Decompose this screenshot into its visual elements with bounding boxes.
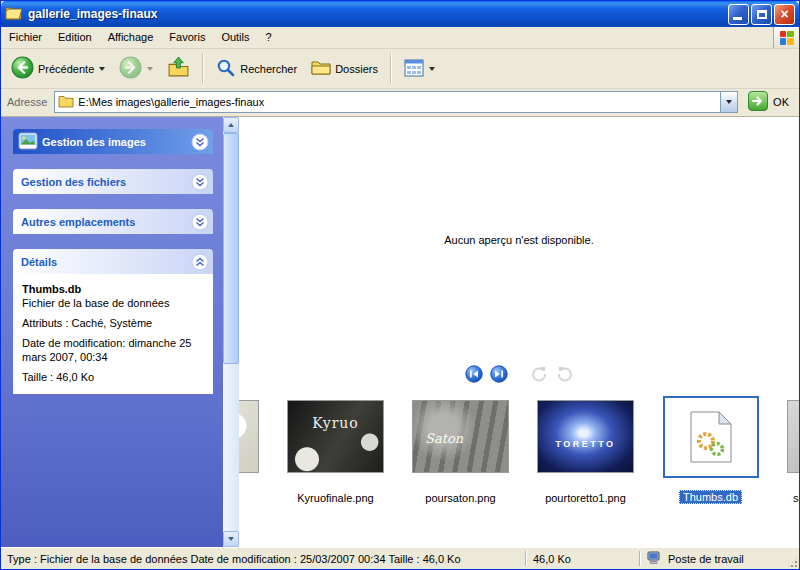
panel-header-file-tasks[interactable]: Gestion des fichiers (13, 169, 213, 194)
up-button[interactable] (161, 52, 196, 86)
file-icon (663, 396, 759, 478)
folders-button[interactable]: Dossiers (305, 52, 384, 86)
search-icon (216, 58, 236, 80)
menu-favoris[interactable]: Favoris (161, 27, 213, 48)
no-preview-message: Aucun aperçu n'est disponible. (444, 234, 593, 246)
chevron-down-icon[interactable] (191, 213, 209, 231)
scrollbar-down-button[interactable] (223, 531, 239, 547)
folders-label: Dossiers (335, 63, 378, 75)
search-label: Rechercher (240, 63, 297, 75)
minimize-button[interactable] (728, 4, 749, 25)
thumbnail-label: pourtoretto1.png (545, 492, 626, 504)
filmstrip-item[interactable]: KyruoKyruofinale.png (287, 400, 384, 504)
scrollbar-track[interactable] (223, 133, 239, 531)
menubar-items: FichierEditionAffichageFavorisOutils? (1, 27, 773, 48)
status-size: 46,0 Ko (527, 548, 639, 569)
back-dropdown-caret (99, 67, 105, 71)
filmstrip-controls (239, 362, 799, 388)
previous-image-button[interactable] (465, 365, 483, 385)
close-button[interactable]: × (774, 4, 795, 25)
scrollbar-thumb[interactable] (223, 133, 239, 364)
chevron-up-icon[interactable] (191, 253, 209, 271)
panel-other-places: Autres emplacements (13, 209, 213, 234)
details-modified: Date de modification: dimanche 25 mars 2… (22, 336, 204, 364)
forward-dropdown-caret (147, 67, 153, 71)
filmstrip-item[interactable]: sepl (787, 400, 799, 504)
rotate-counterclockwise-icon[interactable] (531, 366, 547, 384)
rotate-buttons (531, 366, 573, 384)
taskpane-scrollbar[interactable] (223, 117, 239, 547)
thumbnail-image (239, 400, 259, 473)
chevron-down-icon[interactable] (191, 173, 209, 191)
windows-logo (773, 27, 799, 48)
folder-open-icon (5, 5, 23, 23)
thumbnail-overlay-text: Kyruo (288, 415, 383, 431)
folder-up-icon (167, 56, 190, 81)
toolbar-separator (390, 54, 392, 84)
panel-image-tasks: Gestion des images (13, 129, 213, 154)
filmstrip-item[interactable]: TORETTOpourtoretto1.png (537, 400, 634, 504)
toolbar: Précédente Rechercher Dossiers (1, 49, 799, 89)
toolbar-separator (202, 54, 204, 84)
filmstrip-item[interactable]: e.gif (239, 400, 259, 504)
thumbnail-overlay-text: Saton (425, 431, 463, 446)
details-panel-body: Thumbs.db Fichier de la base de données … (13, 274, 213, 394)
panel-title: Gestion des fichiers (21, 176, 191, 188)
status-location-label: Poste de travail (668, 553, 744, 565)
filmstrip-item[interactable]: Satonpoursaton.png (412, 400, 509, 504)
rotate-clockwise-icon[interactable] (557, 366, 573, 384)
thumbnail-label: Thumbs.db (679, 490, 742, 504)
go-button[interactable]: OK (748, 91, 789, 113)
address-input[interactable]: E:\Mes images\gallerie_images-finaux (54, 91, 738, 113)
address-dropdown-button[interactable] (720, 92, 737, 112)
filmstrip: e.gifKyruoKyruofinale.pngSatonpoursaton.… (239, 400, 799, 504)
menu-[interactable]: ? (258, 27, 280, 48)
address-label: Adresse (7, 96, 54, 108)
task-pane: Gestion des images Gestion des fichiers … (1, 117, 223, 547)
folders-icon (311, 58, 331, 80)
status-location: Poste de travail (641, 548, 799, 569)
menu-bar: FichierEditionAffichageFavorisOutils? (1, 27, 799, 49)
menu-fichier[interactable]: Fichier (1, 27, 50, 48)
back-button[interactable]: Précédente (5, 52, 111, 86)
thumbnail-label: poursaton.png (425, 492, 495, 504)
details-size: Taille : 46,0 Ko (22, 370, 204, 384)
views-button[interactable] (398, 52, 441, 86)
menu-edition[interactable]: Edition (50, 27, 100, 48)
maximize-button[interactable] (751, 4, 772, 25)
forward-icon (119, 56, 142, 81)
panel-title: Gestion des images (42, 136, 191, 148)
menu-outils[interactable]: Outils (213, 27, 257, 48)
thumbnail-overlay-text: TORETTO (538, 439, 633, 449)
title-bar[interactable]: gallerie_images-finaux × (1, 1, 799, 27)
search-button[interactable]: Rechercher (210, 52, 303, 86)
chevron-down-icon[interactable] (191, 133, 209, 151)
panel-title: Autres emplacements (21, 216, 191, 228)
thumbnail-image: Kyruo (287, 400, 384, 473)
panel-header-image-tasks[interactable]: Gestion des images (13, 129, 213, 154)
address-bar: Adresse E:\Mes images\gallerie_images-fi… (1, 89, 799, 117)
panel-header-other-places[interactable]: Autres emplacements (13, 209, 213, 234)
status-bar: Type : Fichier de la base de données Dat… (1, 547, 799, 569)
thumbnail-label: sepl (793, 492, 799, 504)
content-area: Gestion des images Gestion des fichiers … (1, 117, 799, 547)
panel-header-details[interactable]: Détails (13, 249, 213, 274)
panel-details: Détails Thumbs.db Fichier de la base de … (13, 249, 213, 394)
back-label: Précédente (38, 63, 94, 75)
thumbnail-image: Saton (412, 400, 509, 473)
panel-file-tasks: Gestion des fichiers (13, 169, 213, 194)
views-icon (404, 58, 424, 80)
thumbnail-label: Kyruofinale.png (297, 492, 373, 504)
image-tasks-icon (18, 132, 38, 152)
forward-button[interactable] (113, 52, 159, 86)
views-dropdown-caret (429, 67, 435, 71)
filmstrip-item[interactable]: Thumbs.db (662, 400, 759, 504)
go-icon (748, 91, 768, 113)
scrollbar-up-button[interactable] (223, 117, 239, 133)
details-filename: Thumbs.db (22, 282, 204, 296)
status-info: Type : Fichier de la base de données Dat… (1, 548, 525, 569)
next-image-button[interactable] (490, 365, 508, 385)
thumbnail-image (787, 400, 799, 473)
explorer-window: gallerie_images-finaux × FichierEditionA… (0, 0, 800, 570)
menu-affichage[interactable]: Affichage (100, 27, 162, 48)
